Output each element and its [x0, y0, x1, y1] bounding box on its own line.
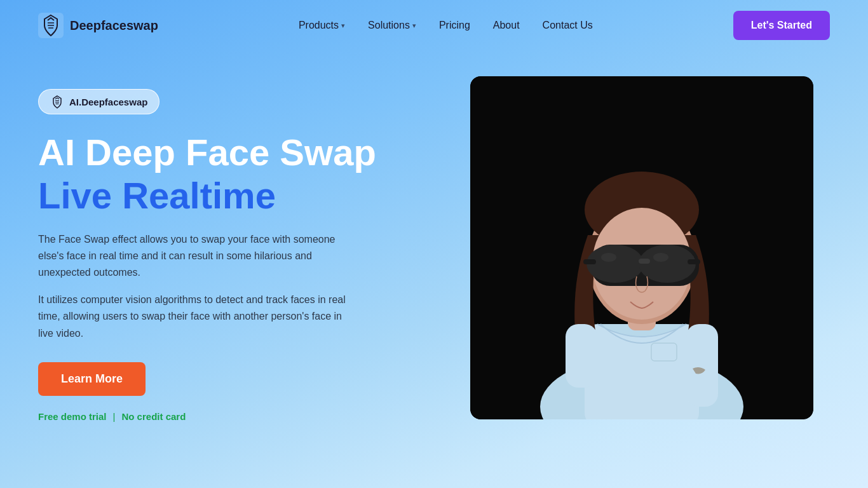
- navbar: Deepfaceswap Products ▾ Solutions ▾ Pric…: [0, 0, 868, 51]
- nav-item-pricing[interactable]: Pricing: [430, 15, 479, 36]
- nav-links: Products ▾ Solutions ▾ Pricing About: [290, 15, 602, 36]
- svg-rect-22: [566, 324, 597, 388]
- badge-label: AI.Deepfaceswap: [69, 97, 147, 107]
- nav-item-products[interactable]: Products ▾: [290, 15, 354, 36]
- hero-description-2: It utilizes computer vision algorithms t…: [38, 292, 356, 342]
- nav-link-pricing[interactable]: Pricing: [430, 15, 479, 36]
- svg-rect-18: [583, 259, 596, 264]
- learn-more-button[interactable]: Learn More: [38, 362, 146, 396]
- products-caret-icon: ▾: [341, 22, 345, 30]
- hero-title-main: AI Deep Face Swap: [38, 132, 432, 173]
- hero-image: [470, 76, 813, 419]
- badge-logo-icon: [50, 95, 64, 109]
- free-demo-text: Free demo trial: [38, 411, 107, 422]
- svg-rect-19: [688, 259, 700, 264]
- svg-point-21: [653, 253, 668, 262]
- hero-image-container: [470, 76, 813, 419]
- hero-title-accent: Live Realtime: [38, 175, 432, 216]
- hero-badge: AI.Deepfaceswap: [38, 89, 159, 114]
- svg-rect-9: [585, 324, 699, 419]
- logo-icon: [38, 13, 64, 38]
- demo-trial-info: Free demo trial | No credit card: [38, 411, 432, 422]
- divider: |: [113, 411, 116, 422]
- nav-item-contact[interactable]: Contact Us: [534, 15, 602, 36]
- logo-link[interactable]: Deepfaceswap: [38, 13, 158, 38]
- svg-rect-17: [639, 259, 650, 264]
- nav-link-contact[interactable]: Contact Us: [534, 15, 602, 36]
- svg-rect-23: [686, 324, 718, 407]
- logo-text: Deepfaceswap: [70, 18, 158, 33]
- hero-woman-illustration: [470, 76, 813, 419]
- solutions-caret-icon: ▾: [412, 22, 416, 30]
- no-credit-text: No credit card: [121, 411, 186, 422]
- nav-link-products[interactable]: Products ▾: [290, 15, 354, 36]
- lets-started-button[interactable]: Let's Started: [733, 11, 830, 40]
- hero-section: AI.Deepfaceswap AI Deep Face Swap Live R…: [0, 51, 868, 488]
- nav-item-solutions[interactable]: Solutions ▾: [359, 15, 425, 36]
- hero-content: AI.Deepfaceswap AI Deep Face Swap Live R…: [38, 76, 432, 422]
- nav-link-about[interactable]: About: [484, 15, 529, 36]
- hero-description-1: The Face Swap effect allows you to swap …: [38, 231, 356, 281]
- nav-link-solutions[interactable]: Solutions ▾: [359, 15, 425, 36]
- nav-item-about[interactable]: About: [484, 15, 529, 36]
- svg-point-20: [601, 253, 616, 262]
